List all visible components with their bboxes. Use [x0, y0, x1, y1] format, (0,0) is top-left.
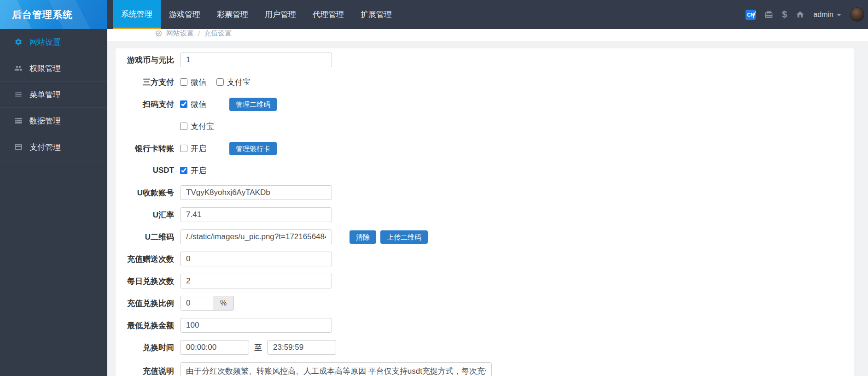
sidebar-item-menu-management[interactable]: 菜单管理 [0, 82, 107, 108]
u-qrcode-input[interactable] [180, 229, 332, 244]
top-bar: 后台管理系统 系统管理 游戏管理 彩票管理 用户管理 代理管理 扩展管理 CN … [0, 0, 868, 29]
user-menu[interactable]: admin [813, 11, 841, 19]
form-row-scan-pay-alipay: 支付宝 [116, 119, 854, 134]
tab-extension-management[interactable]: 扩展管理 [352, 0, 400, 29]
menu-list-icon [14, 90, 23, 99]
scan-pay-label: 扫码支付 [116, 99, 174, 110]
sidebar-item-label: 网站设置 [29, 37, 61, 47]
sidebar-item-label: 数据管理 [29, 116, 61, 126]
daily-exchange-label: 每日兑换次数 [116, 276, 174, 287]
users-icon [14, 64, 23, 72]
u-rate-input[interactable] [180, 207, 332, 222]
username: admin [813, 11, 833, 19]
home-icon[interactable] [796, 10, 804, 19]
tab-user-management[interactable]: 用户管理 [256, 0, 304, 29]
percent-addon: % [213, 296, 234, 311]
exchange-time-to-input[interactable] [267, 340, 336, 355]
form-row-exchange-ratio: 充值兑换比例 % [116, 296, 854, 311]
min-exchange-label: 最低兑换金额 [116, 320, 174, 331]
breadcrumb-separator: / [198, 29, 200, 37]
form-row-usdt: USDT 开启 [116, 163, 854, 178]
exchange-ratio-label: 充值兑换比例 [116, 298, 174, 309]
form-row-u-qrcode: U二维码 清除 上传二维码 [116, 229, 854, 244]
daily-exchange-input[interactable] [180, 274, 332, 288]
form-row-min-exchange: 最低兑换金额 [116, 318, 854, 333]
avatar[interactable] [850, 7, 864, 22]
topbar-right: CN $ admin [746, 0, 868, 29]
scan-pay-alipay-checkbox[interactable] [180, 123, 187, 130]
caret-down-icon [837, 14, 841, 16]
form-row-u-account: U收款账号 [116, 185, 854, 200]
form-row-scan-pay: 扫码支付 微信 管理二维码 [116, 97, 854, 112]
bank-transfer-enable-checkbox[interactable] [180, 145, 187, 152]
main-content: 网站设置 / 充值设置 游戏币与元比 三方支付 微信 支付宝 扫码支付 微信 管… [107, 29, 868, 376]
sidebar-item-label: 支付管理 [29, 142, 61, 153]
u-account-label: U收款账号 [116, 188, 174, 198]
form-row-third-party: 三方支付 微信 支付宝 [116, 75, 854, 89]
scan-pay-wechat-label: 微信 [191, 99, 206, 110]
bank-transfer-label: 银行卡转账 [116, 143, 174, 154]
coin-ratio-input[interactable] [180, 53, 332, 67]
third-party-alipay-label: 支付宝 [227, 77, 250, 88]
database-icon [14, 117, 23, 125]
manage-bank-card-button[interactable]: 管理银行卡 [229, 142, 277, 155]
exchange-time-separator: 至 [254, 342, 262, 353]
sidebar: 网站设置 权限管理 菜单管理 数据管理 支付管理 [0, 29, 107, 376]
sidebar-item-site-settings[interactable]: 网站设置 [0, 29, 107, 55]
sidebar-item-label: 权限管理 [29, 63, 61, 74]
third-party-wechat-checkbox[interactable] [180, 78, 187, 86]
breadcrumb: 网站设置 / 充值设置 [107, 29, 868, 41]
third-party-label: 三方支付 [116, 77, 174, 88]
tab-agent-management[interactable]: 代理管理 [304, 0, 352, 29]
sidebar-item-label: 菜单管理 [29, 89, 61, 100]
form-row-daily-exchange: 每日兑换次数 [116, 274, 854, 288]
manage-qrcode-button[interactable]: 管理二维码 [229, 98, 277, 111]
recharge-note-input[interactable] [180, 362, 492, 376]
min-exchange-input[interactable] [180, 318, 332, 333]
form-row-recharge-bonus: 充值赠送次数 [116, 252, 854, 266]
form-row-u-rate: U汇率 [116, 207, 854, 222]
gift-icon[interactable] [764, 10, 773, 19]
tab-lottery-management[interactable]: 彩票管理 [209, 0, 256, 29]
tab-game-management[interactable]: 游戏管理 [161, 0, 209, 29]
u-account-input[interactable] [180, 185, 332, 200]
exchange-ratio-input[interactable] [180, 296, 213, 311]
sidebar-item-data-management[interactable]: 数据管理 [0, 108, 107, 134]
breadcrumb-icon [155, 30, 162, 37]
form-row-coin-ratio: 游戏币与元比 [116, 53, 854, 67]
usdt-enable-label: 开启 [191, 165, 206, 176]
app-title: 后台管理系统 [12, 8, 73, 21]
u-qrcode-label: U二维码 [116, 232, 174, 242]
clear-qrcode-button[interactable]: 清除 [350, 230, 376, 244]
app-logo: 后台管理系统 [0, 0, 107, 29]
breadcrumb-page: 充值设置 [204, 29, 232, 38]
scan-pay-wechat-checkbox[interactable] [180, 100, 187, 108]
recharge-bonus-input[interactable] [180, 252, 332, 266]
coin-ratio-label: 游戏币与元比 [116, 55, 174, 65]
recharge-bonus-label: 充值赠送次数 [116, 254, 174, 264]
usdt-label: USDT [116, 166, 174, 175]
upload-qrcode-button[interactable]: 上传二维码 [380, 230, 428, 244]
sidebar-item-permission-management[interactable]: 权限管理 [0, 55, 107, 82]
tab-system-management[interactable]: 系统管理 [113, 0, 161, 29]
top-nav: 系统管理 游戏管理 彩票管理 用户管理 代理管理 扩展管理 [113, 0, 400, 29]
scan-pay-alipay-label: 支付宝 [191, 121, 214, 132]
u-rate-label: U汇率 [116, 210, 174, 220]
exchange-time-label: 兑换时间 [116, 342, 174, 353]
usdt-enable-checkbox[interactable] [180, 167, 187, 174]
form-row-recharge-note: 充值说明 [116, 362, 854, 376]
dollar-icon[interactable]: $ [782, 9, 787, 20]
language-switch-icon[interactable]: CN [746, 10, 756, 20]
exchange-time-from-input[interactable] [180, 340, 249, 355]
credit-card-icon [14, 143, 23, 151]
recharge-note-label: 充值说明 [116, 366, 174, 376]
sidebar-item-payment-management[interactable]: 支付管理 [0, 134, 107, 160]
bank-transfer-enable-label: 开启 [191, 143, 206, 154]
third-party-wechat-label: 微信 [191, 77, 206, 88]
form-row-bank-transfer: 银行卡转账 开启 管理银行卡 [116, 141, 854, 156]
breadcrumb-section[interactable]: 网站设置 [166, 29, 194, 38]
third-party-alipay-checkbox[interactable] [216, 78, 224, 86]
settings-panel: 游戏币与元比 三方支付 微信 支付宝 扫码支付 微信 管理二维码 支付宝 银行卡… [116, 48, 854, 376]
form-row-exchange-time: 兑换时间 至 [116, 340, 854, 355]
gear-icon [14, 38, 23, 46]
